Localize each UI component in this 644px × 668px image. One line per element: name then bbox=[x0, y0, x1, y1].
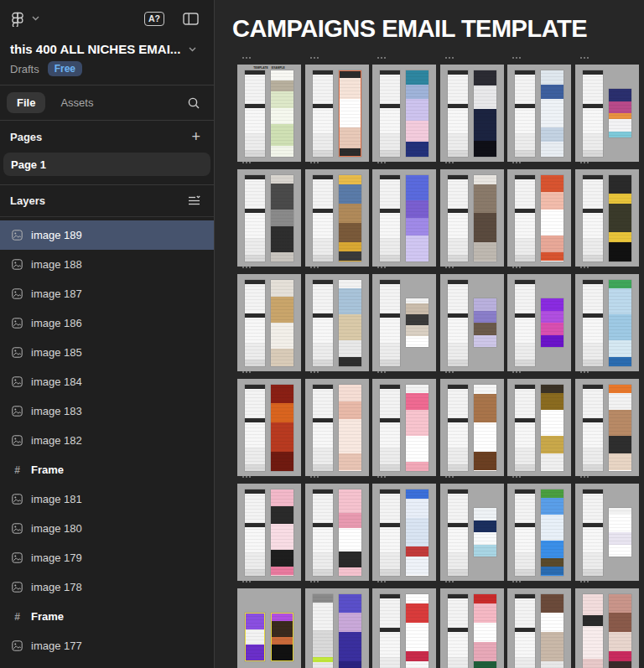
tab-assets[interactable]: Assets bbox=[50, 92, 103, 113]
template-frame-4-4[interactable] bbox=[440, 379, 504, 476]
frame-title-dots[interactable] bbox=[445, 267, 454, 268]
layer-row-image-182[interactable]: image 182 bbox=[0, 426, 214, 455]
template-frame-3-3[interactable] bbox=[372, 274, 436, 371]
template-frame-1-3[interactable] bbox=[372, 65, 436, 162]
template-frame-3-5[interactable] bbox=[507, 274, 571, 371]
frame-title-dots[interactable] bbox=[580, 57, 589, 59]
layer-row-image-188[interactable]: image 188 bbox=[0, 250, 214, 279]
template-frame-4-6[interactable] bbox=[575, 379, 639, 476]
template-frame-2-1[interactable] bbox=[237, 169, 301, 267]
template-frame-5-5[interactable] bbox=[507, 484, 571, 581]
actions-search-button[interactable]: A? bbox=[144, 12, 164, 26]
layer-row-image-185[interactable]: image 185 bbox=[0, 338, 214, 367]
template-frame-4-1[interactable] bbox=[237, 379, 301, 476]
frame-title-dots[interactable] bbox=[580, 581, 589, 583]
frame-title-dots[interactable] bbox=[310, 162, 319, 163]
layer-row-image-178[interactable]: image 178 bbox=[0, 572, 214, 602]
frame-title-dots[interactable] bbox=[310, 476, 319, 478]
template-frame-2-4[interactable] bbox=[440, 169, 504, 267]
tab-file[interactable]: File bbox=[7, 92, 45, 113]
template-frame-2-2[interactable] bbox=[305, 169, 369, 267]
template-frame-1-1[interactable]: TEMPLATEEXAMPLE bbox=[237, 65, 301, 162]
page-item-page-1[interactable]: Page 1 bbox=[3, 153, 210, 176]
frame-title-dots[interactable] bbox=[377, 57, 386, 59]
frame-title-dots[interactable] bbox=[242, 476, 251, 478]
search-icon[interactable] bbox=[187, 96, 200, 110]
template-frame-6-5[interactable] bbox=[507, 588, 571, 668]
layer-row-image-179[interactable]: image 179 bbox=[0, 543, 214, 572]
frame-title-dots[interactable] bbox=[377, 371, 386, 373]
layer-row-image-183[interactable]: image 183 bbox=[0, 396, 214, 426]
layer-row-image-186[interactable]: image 186 bbox=[0, 308, 214, 338]
frame-title-dots[interactable] bbox=[377, 162, 386, 163]
frame-title-dots[interactable] bbox=[580, 162, 589, 163]
template-frame-5-3[interactable] bbox=[372, 484, 436, 581]
design-canvas[interactable]: CAMPAIGNS EMAIL TEMPLATE TEMPLATEEXAMPLE bbox=[216, 0, 644, 668]
frame-title-dots[interactable] bbox=[242, 371, 251, 373]
frame-title-dots[interactable] bbox=[512, 162, 521, 163]
frame-title-dots[interactable] bbox=[512, 57, 521, 59]
frame-title-dots[interactable] bbox=[445, 162, 454, 163]
template-frame-5-6[interactable] bbox=[575, 484, 639, 581]
template-frame-2-6[interactable] bbox=[575, 169, 639, 267]
frame-title-dots[interactable] bbox=[377, 476, 386, 478]
template-frame-4-3[interactable] bbox=[372, 379, 436, 476]
template-frame-5-1[interactable] bbox=[237, 484, 301, 581]
frame-title-dots[interactable] bbox=[310, 57, 319, 59]
template-frame-6-3[interactable] bbox=[372, 588, 436, 668]
layer-row-image-180[interactable]: image 180 bbox=[0, 514, 214, 543]
canvas-title-text[interactable]: CAMPAIGNS EMAIL TEMPLATE bbox=[232, 15, 587, 43]
template-frame-1-6[interactable] bbox=[575, 65, 639, 162]
main-menu-button[interactable] bbox=[10, 11, 39, 27]
template-frame-5-2[interactable] bbox=[305, 484, 369, 581]
frame-title-dots[interactable] bbox=[377, 267, 386, 268]
template-frame-2-5[interactable] bbox=[507, 169, 571, 267]
file-title-row[interactable]: this 400 ALL NICHES EMAI... bbox=[0, 37, 214, 58]
add-page-icon[interactable]: + bbox=[191, 129, 200, 144]
template-frame-3-1[interactable] bbox=[237, 274, 301, 371]
template-frame-6-6[interactable] bbox=[575, 588, 639, 668]
frame-title-dots[interactable] bbox=[580, 267, 589, 268]
template-frame-2-3[interactable] bbox=[372, 169, 436, 267]
layer-row-image-184[interactable]: image 184 bbox=[0, 367, 214, 396]
template-frame-1-5[interactable] bbox=[507, 65, 571, 162]
template-frame-3-4[interactable] bbox=[440, 274, 504, 371]
template-frame-3-6[interactable] bbox=[575, 274, 639, 371]
frame-title-dots[interactable] bbox=[310, 371, 319, 373]
frame-title-dots[interactable] bbox=[242, 57, 251, 59]
frame-title-dots[interactable] bbox=[512, 476, 521, 478]
template-frame-4-2[interactable] bbox=[305, 379, 369, 476]
layer-row-frame[interactable]: #Frame bbox=[0, 455, 214, 484]
template-frame-6-1[interactable] bbox=[237, 588, 301, 668]
toggle-sidebar-icon[interactable] bbox=[183, 13, 199, 25]
frame-title-dots[interactable] bbox=[445, 476, 454, 478]
layer-row-image-187[interactable]: image 187 bbox=[0, 279, 214, 308]
layer-row-image-177[interactable]: image 177 bbox=[0, 631, 214, 660]
frame-title-dots[interactable] bbox=[445, 57, 454, 59]
frame-title-dots[interactable] bbox=[242, 267, 251, 268]
layer-row-image-189[interactable]: image 189 bbox=[0, 220, 214, 250]
template-frame-1-4[interactable] bbox=[440, 65, 504, 162]
template-frame-3-2[interactable] bbox=[305, 274, 369, 371]
frame-title-dots[interactable] bbox=[512, 581, 521, 583]
collapse-layers-icon[interactable] bbox=[188, 195, 200, 206]
frame-title-dots[interactable] bbox=[445, 371, 454, 373]
frame-title-dots[interactable] bbox=[512, 371, 521, 373]
frame-title-dots[interactable] bbox=[512, 267, 521, 268]
frame-title-dots[interactable] bbox=[310, 267, 319, 268]
frame-title-dots[interactable] bbox=[377, 581, 386, 583]
frame-title-dots[interactable] bbox=[580, 476, 589, 478]
template-frame-6-4[interactable] bbox=[440, 588, 504, 668]
template-frame-1-2[interactable] bbox=[305, 65, 369, 162]
template-frame-6-2[interactable] bbox=[305, 588, 369, 668]
frame-title-dots[interactable] bbox=[242, 581, 251, 583]
layer-row-image-181[interactable]: image 181 bbox=[0, 484, 214, 514]
template-frame-5-4[interactable] bbox=[440, 484, 504, 581]
layer-row-frame[interactable]: #Frame bbox=[0, 602, 214, 631]
frame-title-dots[interactable] bbox=[242, 162, 251, 163]
plan-badge[interactable]: Free bbox=[48, 61, 82, 76]
frame-title-dots[interactable] bbox=[580, 371, 589, 373]
frame-title-dots[interactable] bbox=[310, 581, 319, 583]
template-frame-4-5[interactable] bbox=[507, 379, 571, 476]
frame-title-dots[interactable] bbox=[445, 581, 454, 583]
